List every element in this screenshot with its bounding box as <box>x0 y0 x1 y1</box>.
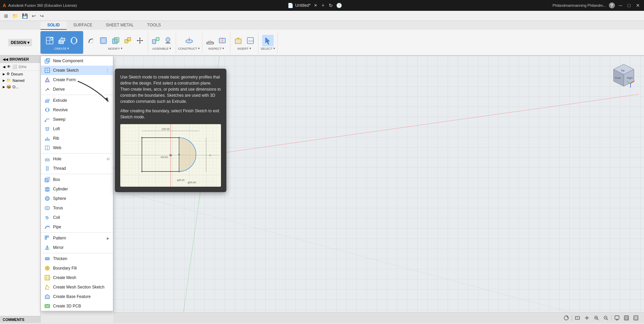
menu-item-pattern[interactable]: Pattern ▶ <box>41 233 113 243</box>
browser-item-doc[interactable]: ▶ ⚙ Docum <box>0 71 40 77</box>
svg-marker-43 <box>46 128 49 131</box>
menu-item-create-mesh-sketch[interactable]: Create Mesh Section Sketch <box>41 282 113 292</box>
svg-rect-30 <box>235 39 241 44</box>
svg-rect-137 <box>634 316 638 320</box>
menu-item-mirror[interactable]: Mirror <box>41 243 113 252</box>
menu-item-coil[interactable]: Coil <box>41 213 113 222</box>
combine-icon[interactable] <box>110 35 121 46</box>
fillet-icon[interactable] <box>85 35 97 46</box>
svg-rect-66 <box>47 236 49 237</box>
help-icon[interactable]: ? <box>609 2 615 8</box>
browser-item-origin[interactable]: ▶ 📦 O... <box>0 84 40 90</box>
redo-icon[interactable]: ↪ <box>39 13 45 19</box>
browser-header[interactable]: ◀◀ BROWSER <box>0 56 40 63</box>
menu-item-sphere[interactable]: Sphere <box>41 194 113 203</box>
menu-item-new-component[interactable]: New Component <box>41 56 113 66</box>
grid-btn[interactable] <box>622 314 630 322</box>
toolbar-group-insert: SVG INSERT ▼ <box>230 31 258 54</box>
section-icon[interactable] <box>217 35 228 46</box>
maximize-btn[interactable]: □ <box>626 3 632 8</box>
svg-marker-38 <box>45 78 49 82</box>
create-form-label: Create Form <box>53 77 76 82</box>
pan-btn[interactable] <box>583 314 591 322</box>
svg-point-19 <box>166 38 170 42</box>
tab-surface[interactable]: SURFACE <box>67 21 99 30</box>
create-sketch-icon <box>44 67 50 73</box>
menu-item-create-sketch[interactable]: Create Sketch ⋮ <box>41 66 113 75</box>
measure-icon[interactable] <box>204 35 216 46</box>
menu-item-boundary-fill[interactable]: Boundary Fill <box>41 263 113 273</box>
clock-icon[interactable]: 🕐 <box>336 3 342 8</box>
svg-point-101 <box>178 171 180 172</box>
user-name: Philandmarimanning Philandm... <box>552 3 606 7</box>
svg-text:8: 8 <box>209 154 211 157</box>
revolve-toolbar-icon[interactable] <box>68 35 80 46</box>
svg-point-99 <box>178 137 180 138</box>
tab-solid[interactable]: SOLID <box>41 21 67 30</box>
svg-point-85 <box>47 305 48 305</box>
expand-all-icon[interactable]: ◀ <box>3 65 5 69</box>
eye-icon[interactable]: 👁 <box>7 64 11 69</box>
plane-icon[interactable] <box>183 35 195 46</box>
insert-svg-icon[interactable]: SVG <box>245 35 256 46</box>
derive-label: Derive <box>53 87 65 92</box>
extrude-toolbar-icon[interactable] <box>56 35 68 46</box>
menu-item-extrude[interactable]: Extrude E <box>41 96 113 105</box>
wireframe-icon[interactable]: ⬜ <box>12 64 17 69</box>
tab-sheet-metal[interactable]: SHEET METAL <box>99 21 140 30</box>
svg-rect-14 <box>127 38 131 41</box>
menu-item-box[interactable]: Box <box>41 175 113 184</box>
menu-item-thicken[interactable]: Thicken <box>41 254 113 263</box>
design-button[interactable]: DESIGN ▾ <box>8 39 32 46</box>
rotate-view-btn[interactable] <box>562 314 570 322</box>
add-tab-icon[interactable]: ＋ <box>321 2 325 8</box>
minimize-btn[interactable]: ─ <box>618 3 624 8</box>
comments-label: COMMENTS <box>3 318 24 322</box>
menu-item-loft[interactable]: Loft <box>41 124 113 134</box>
close-tab-icon[interactable]: ✕ <box>314 3 317 8</box>
undo-icon[interactable]: ↩ <box>30 13 37 19</box>
select-icon[interactable] <box>262 35 274 46</box>
joint-icon[interactable] <box>150 35 162 46</box>
menu-item-sweep[interactable]: Sweep <box>41 115 113 124</box>
close-btn[interactable]: ✕ <box>635 3 641 8</box>
menu-item-create-3d-pcb[interactable]: Create 3D PCB <box>41 301 113 311</box>
menu-item-cylinder[interactable]: Cylinder <box>41 184 113 194</box>
ground-icon[interactable] <box>162 35 174 46</box>
move-icon[interactable] <box>134 35 146 46</box>
browser-item-named[interactable]: ▶ 📁 Named <box>0 77 40 84</box>
menu-item-rib[interactable]: Rib <box>41 134 113 143</box>
cube-nav[interactable]: Top Right Front <box>610 63 637 90</box>
new-file-icon[interactable]: 📁 <box>11 13 19 19</box>
menu-item-revolve[interactable]: Revolve <box>41 105 113 115</box>
menu-item-hole[interactable]: Hole H <box>41 154 113 164</box>
menu-item-create-form[interactable]: Create Form <box>41 75 113 85</box>
refresh-icon[interactable]: ↻ <box>329 3 333 8</box>
doc-settings-label: Docum <box>11 72 23 76</box>
menu-item-pipe[interactable]: Pipe <box>41 222 113 232</box>
menu-item-create-mesh[interactable]: Create Mesh <box>41 273 113 282</box>
menu-item-torus[interactable]: Torus <box>41 203 113 213</box>
insert-mesh-icon[interactable] <box>232 35 244 46</box>
menu-item-web[interactable]: Web <box>41 143 113 153</box>
scale-icon[interactable] <box>122 35 133 46</box>
zoom-out-btn[interactable] <box>602 314 610 322</box>
menu-item-create-base-feature[interactable]: Create Base Feature <box>41 292 113 301</box>
menu-item-thread[interactable]: Thread <box>41 164 113 173</box>
save-icon[interactable]: 💾 <box>21 13 29 19</box>
create-sketch-pin[interactable]: ⋮ <box>105 68 109 73</box>
menu-item-derive[interactable]: Derive <box>41 85 113 94</box>
grid-icon[interactable]: ⊞ <box>3 13 9 19</box>
new-component-icon <box>44 58 50 64</box>
fit-view-btn[interactable] <box>573 314 581 322</box>
thread-menu-icon <box>44 165 50 171</box>
shell-icon[interactable] <box>98 35 109 46</box>
create-sketch-toolbar-icon[interactable] <box>44 35 55 46</box>
tab-tools[interactable]: TOOLS <box>141 21 168 30</box>
display-mode-btn[interactable] <box>613 314 621 322</box>
zoom-in-btn[interactable] <box>592 314 600 322</box>
toolbar-group-select: SELECT ▼ <box>258 31 278 54</box>
create-label: CREATE ▼ <box>54 47 70 50</box>
settings-btn[interactable] <box>632 314 640 322</box>
comments-bar[interactable]: COMMENTS <box>0 316 40 323</box>
